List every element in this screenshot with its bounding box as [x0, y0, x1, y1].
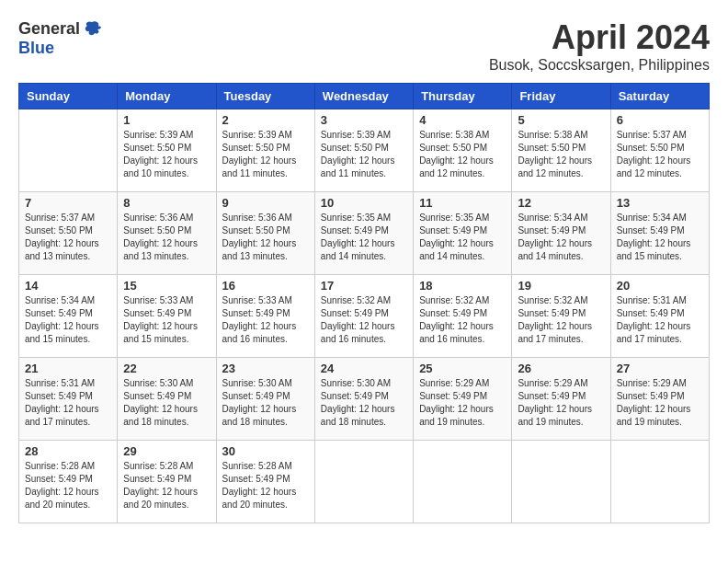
calendar-cell: 15Sunrise: 5:33 AM Sunset: 5:49 PM Dayli…: [118, 275, 216, 358]
calendar-header-friday: Friday: [512, 84, 610, 109]
day-info: Sunrise: 5:39 AM Sunset: 5:50 PM Dayligh…: [123, 129, 210, 180]
calendar-week-row-4: 21Sunrise: 5:31 AM Sunset: 5:49 PM Dayli…: [19, 358, 710, 441]
logo: General Blue: [18, 18, 102, 58]
calendar-cell: 4Sunrise: 5:38 AM Sunset: 5:50 PM Daylig…: [414, 109, 512, 192]
calendar-cell: 25Sunrise: 5:29 AM Sunset: 5:49 PM Dayli…: [414, 358, 512, 441]
calendar-header-saturday: Saturday: [610, 84, 709, 109]
day-info: Sunrise: 5:28 AM Sunset: 5:49 PM Dayligh…: [25, 460, 111, 511]
calendar-week-row-3: 14Sunrise: 5:34 AM Sunset: 5:49 PM Dayli…: [19, 275, 710, 358]
page-header: General Blue April 2024 Busok, Soccsksar…: [18, 18, 710, 74]
day-info: Sunrise: 5:38 AM Sunset: 5:50 PM Dayligh…: [419, 129, 506, 180]
day-info: Sunrise: 5:29 AM Sunset: 5:49 PM Dayligh…: [617, 377, 703, 429]
calendar-cell: 2Sunrise: 5:39 AM Sunset: 5:50 PM Daylig…: [216, 109, 314, 192]
logo-blue-text: Blue: [18, 39, 54, 57]
day-number: 6: [617, 113, 703, 127]
calendar-cell: 18Sunrise: 5:32 AM Sunset: 5:49 PM Dayli…: [414, 275, 512, 358]
calendar-cell: 30Sunrise: 5:28 AM Sunset: 5:49 PM Dayli…: [216, 441, 314, 523]
calendar-cell: 10Sunrise: 5:35 AM Sunset: 5:49 PM Dayli…: [314, 192, 413, 275]
day-info: Sunrise: 5:32 AM Sunset: 5:49 PM Dayligh…: [321, 294, 407, 346]
day-number: 7: [25, 196, 111, 210]
calendar-cell: 14Sunrise: 5:34 AM Sunset: 5:49 PM Dayli…: [19, 275, 118, 358]
calendar-cell: 9Sunrise: 5:36 AM Sunset: 5:50 PM Daylig…: [216, 192, 314, 275]
logo-general-text: General: [18, 19, 80, 39]
day-number: 26: [518, 362, 604, 375]
calendar-cell: 20Sunrise: 5:31 AM Sunset: 5:49 PM Dayli…: [610, 275, 709, 358]
day-number: 15: [123, 279, 210, 293]
day-number: 19: [518, 279, 604, 293]
calendar-cell: 24Sunrise: 5:30 AM Sunset: 5:49 PM Dayli…: [314, 358, 413, 441]
page-title: April 2024: [489, 18, 710, 57]
calendar-cell: [610, 441, 709, 523]
day-info: Sunrise: 5:35 AM Sunset: 5:49 PM Dayligh…: [321, 212, 407, 263]
calendar-header-tuesday: Tuesday: [216, 84, 314, 109]
day-number: 18: [419, 279, 506, 293]
calendar-cell: 11Sunrise: 5:35 AM Sunset: 5:49 PM Dayli…: [414, 192, 512, 275]
day-info: Sunrise: 5:37 AM Sunset: 5:50 PM Dayligh…: [25, 212, 111, 263]
day-number: 17: [321, 279, 407, 293]
day-info: Sunrise: 5:32 AM Sunset: 5:49 PM Dayligh…: [518, 294, 604, 346]
title-section: April 2024 Busok, Soccsksargen, Philippi…: [489, 18, 710, 74]
day-info: Sunrise: 5:31 AM Sunset: 5:49 PM Dayligh…: [617, 294, 703, 346]
day-info: Sunrise: 5:35 AM Sunset: 5:49 PM Dayligh…: [419, 212, 506, 263]
calendar-cell: 16Sunrise: 5:33 AM Sunset: 5:49 PM Dayli…: [216, 275, 314, 358]
day-number: 28: [25, 444, 111, 458]
calendar-cell: 5Sunrise: 5:38 AM Sunset: 5:50 PM Daylig…: [512, 109, 610, 192]
page-subtitle: Busok, Soccsksargen, Philippines: [489, 57, 710, 74]
day-number: 12: [518, 196, 604, 210]
calendar-cell: [512, 441, 610, 523]
calendar-week-row-5: 28Sunrise: 5:28 AM Sunset: 5:49 PM Dayli…: [19, 441, 710, 523]
calendar-header-thursday: Thursday: [414, 84, 512, 109]
day-number: 13: [617, 196, 703, 210]
day-info: Sunrise: 5:29 AM Sunset: 5:49 PM Dayligh…: [419, 377, 506, 429]
day-number: 16: [222, 279, 309, 293]
day-info: Sunrise: 5:34 AM Sunset: 5:49 PM Dayligh…: [617, 212, 703, 263]
day-number: 1: [123, 113, 210, 127]
calendar-body: 1Sunrise: 5:39 AM Sunset: 5:50 PM Daylig…: [19, 109, 710, 523]
calendar-header-row: SundayMondayTuesdayWednesdayThursdayFrid…: [19, 84, 710, 109]
calendar-cell: 8Sunrise: 5:36 AM Sunset: 5:50 PM Daylig…: [118, 192, 216, 275]
day-info: Sunrise: 5:36 AM Sunset: 5:50 PM Dayligh…: [222, 212, 309, 263]
day-info: Sunrise: 5:33 AM Sunset: 5:49 PM Dayligh…: [222, 294, 309, 346]
day-number: 22: [123, 362, 210, 375]
calendar-header-wednesday: Wednesday: [314, 84, 413, 109]
day-number: 24: [321, 362, 407, 375]
calendar-cell: 21Sunrise: 5:31 AM Sunset: 5:49 PM Dayli…: [19, 358, 118, 441]
calendar-cell: 22Sunrise: 5:30 AM Sunset: 5:49 PM Dayli…: [118, 358, 216, 441]
day-info: Sunrise: 5:28 AM Sunset: 5:49 PM Dayligh…: [123, 460, 210, 511]
calendar-cell: 28Sunrise: 5:28 AM Sunset: 5:49 PM Dayli…: [19, 441, 118, 523]
calendar-header-sunday: Sunday: [19, 84, 118, 109]
calendar-cell: 19Sunrise: 5:32 AM Sunset: 5:49 PM Dayli…: [512, 275, 610, 358]
calendar-cell: 23Sunrise: 5:30 AM Sunset: 5:49 PM Dayli…: [216, 358, 314, 441]
day-number: 11: [419, 196, 506, 210]
day-info: Sunrise: 5:39 AM Sunset: 5:50 PM Dayligh…: [321, 129, 407, 180]
calendar-cell: 26Sunrise: 5:29 AM Sunset: 5:49 PM Dayli…: [512, 358, 610, 441]
day-number: 27: [617, 362, 703, 375]
calendar-cell: [314, 441, 413, 523]
day-number: 21: [25, 362, 111, 375]
day-info: Sunrise: 5:30 AM Sunset: 5:49 PM Dayligh…: [123, 377, 210, 429]
day-info: Sunrise: 5:33 AM Sunset: 5:49 PM Dayligh…: [123, 294, 210, 346]
day-number: 20: [617, 279, 703, 293]
calendar-cell: 13Sunrise: 5:34 AM Sunset: 5:49 PM Dayli…: [610, 192, 709, 275]
day-info: Sunrise: 5:38 AM Sunset: 5:50 PM Dayligh…: [518, 129, 604, 180]
calendar-cell: 27Sunrise: 5:29 AM Sunset: 5:49 PM Dayli…: [610, 358, 709, 441]
calendar-header-monday: Monday: [118, 84, 216, 109]
day-number: 30: [222, 444, 309, 458]
day-number: 10: [321, 196, 407, 210]
day-info: Sunrise: 5:36 AM Sunset: 5:50 PM Dayligh…: [123, 212, 210, 263]
calendar-cell: 29Sunrise: 5:28 AM Sunset: 5:49 PM Dayli…: [118, 441, 216, 523]
calendar-week-row-2: 7Sunrise: 5:37 AM Sunset: 5:50 PM Daylig…: [19, 192, 710, 275]
logo-bird-icon: [82, 18, 102, 39]
day-number: 25: [419, 362, 506, 375]
day-number: 5: [518, 113, 604, 127]
calendar-cell: [19, 109, 118, 192]
day-info: Sunrise: 5:31 AM Sunset: 5:49 PM Dayligh…: [25, 377, 111, 429]
calendar-cell: 12Sunrise: 5:34 AM Sunset: 5:49 PM Dayli…: [512, 192, 610, 275]
calendar-cell: 6Sunrise: 5:37 AM Sunset: 5:50 PM Daylig…: [610, 109, 709, 192]
calendar-week-row-1: 1Sunrise: 5:39 AM Sunset: 5:50 PM Daylig…: [19, 109, 710, 192]
calendar-cell: 1Sunrise: 5:39 AM Sunset: 5:50 PM Daylig…: [118, 109, 216, 192]
day-info: Sunrise: 5:34 AM Sunset: 5:49 PM Dayligh…: [518, 212, 604, 263]
day-info: Sunrise: 5:28 AM Sunset: 5:49 PM Dayligh…: [222, 460, 309, 511]
day-info: Sunrise: 5:30 AM Sunset: 5:49 PM Dayligh…: [222, 377, 309, 429]
day-number: 4: [419, 113, 506, 127]
